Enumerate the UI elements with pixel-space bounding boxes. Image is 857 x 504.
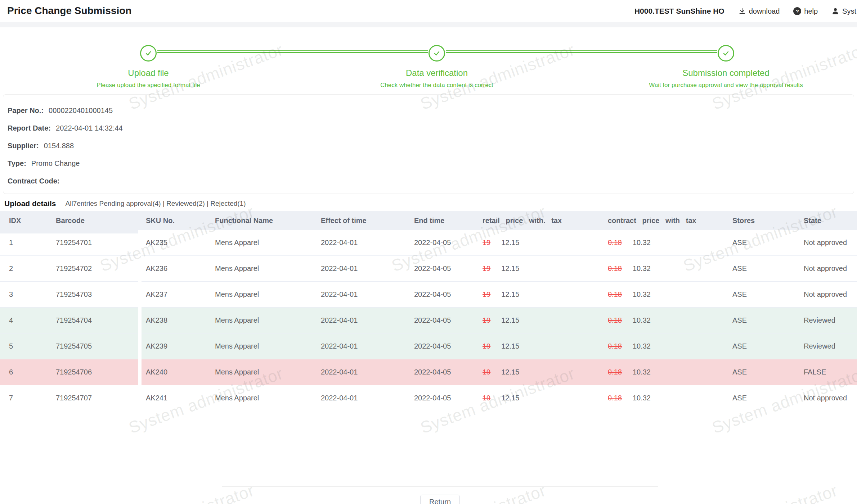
info-field-row: Report Date:2022-04-01 14:32:44: [8, 119, 845, 137]
top-right-menu: H000.TEST SunShine HO download ? help Sy…: [634, 0, 857, 22]
step-check-circle: [718, 45, 734, 62]
old-retail-price: 19: [483, 316, 490, 324]
cell-sku: AK237: [137, 282, 206, 307]
cell-barcode: 719254704: [47, 308, 137, 333]
user-menu[interactable]: Syst: [831, 7, 856, 15]
column-header: Functional Name: [206, 211, 312, 230]
table-row: 4719254704AK238Mens Apparel2022-04-01202…: [0, 308, 857, 333]
table-row: 6719254706AK240Mens Apparel2022-04-01202…: [0, 359, 857, 385]
cell-contract-price: 0.1810.32: [599, 385, 723, 411]
info-field-label: Report Date:: [8, 124, 51, 132]
upload-details-table: IDXBarcodeSKU No.Functional NameEffect o…: [0, 211, 857, 411]
cell-end-time: 2022-04-05: [405, 385, 474, 411]
old-contract-price: 0.18: [608, 342, 622, 350]
info-field-value: 0154.888: [44, 142, 74, 150]
stepper: Upload filePlease upload the specified f…: [0, 27, 857, 92]
footer: Return: [222, 486, 658, 504]
cell-idx: 1: [0, 230, 47, 255]
cell-sku: AK235: [137, 230, 206, 255]
step-label: Upload file: [12, 68, 285, 78]
cell-contract-price: 0.1810.32: [599, 333, 723, 359]
cell-retail-price: 1912.15: [474, 282, 599, 307]
help-icon: ?: [793, 7, 801, 15]
return-button[interactable]: Return: [420, 495, 460, 504]
table-row: 2719254702AK236Mens Apparel2022-04-01202…: [0, 256, 857, 282]
old-retail-price: 19: [483, 368, 490, 376]
cell-functional-name: Mens Apparel: [206, 333, 312, 359]
step-1: Upload filePlease upload the specified f…: [12, 68, 285, 90]
check-icon: [435, 52, 439, 55]
cell-sku: AK238: [137, 308, 206, 333]
new-retail-price: 12.15: [501, 264, 519, 272]
cell-retail-price: 1912.15: [474, 230, 599, 255]
new-contract-price: 10.32: [633, 290, 651, 298]
column-header: State: [795, 211, 857, 230]
cell-sku: AK236: [137, 256, 206, 281]
old-retail-price: 19: [483, 342, 490, 350]
info-field-label: Contract Code:: [8, 177, 59, 185]
column-header: IDX: [0, 211, 47, 230]
cell-contract-price: 0.1810.32: [599, 230, 723, 255]
cell-idx: 6: [0, 359, 47, 385]
info-field-row: Paper No.:0000220401000145: [8, 102, 845, 119]
step-2: Data verificationCheck whether the data …: [300, 68, 574, 90]
cell-sku: AK240: [137, 359, 206, 385]
cell-state: Not approved: [795, 230, 857, 255]
cell-state: Not approved: [795, 385, 857, 411]
table-row: 1719254701AK235Mens Apparel2022-04-01202…: [0, 230, 857, 256]
cell-functional-name: Mens Apparel: [206, 230, 312, 255]
column-header: Effect of time: [312, 211, 405, 230]
cell-effect-of-time: 2022-04-01: [312, 282, 405, 307]
cell-effect-of-time: 2022-04-01: [312, 256, 405, 281]
new-retail-price: 12.15: [501, 239, 519, 246]
cell-state: Not approved: [795, 282, 857, 307]
cell-retail-price: 1912.15: [474, 333, 599, 359]
step-check-circle: [140, 45, 157, 62]
cell-barcode: 719254707: [47, 385, 137, 411]
cell-idx: 3: [0, 282, 47, 307]
old-contract-price: 0.18: [608, 290, 622, 298]
cell-stores: ASE: [723, 308, 795, 333]
cell-retail-price: 1912.15: [474, 308, 599, 333]
old-contract-price: 0.18: [608, 394, 622, 402]
cell-functional-name: Mens Apparel: [206, 282, 312, 307]
cell-functional-name: Mens Apparel: [206, 359, 312, 385]
cell-end-time: 2022-04-05: [405, 308, 474, 333]
info-field-row: Supplier:0154.888: [8, 137, 845, 155]
upload-details-title: Upload details: [4, 199, 56, 208]
new-contract-price: 10.32: [633, 316, 651, 324]
old-retail-price: 19: [483, 394, 490, 402]
new-retail-price: 12.15: [501, 368, 519, 376]
cell-stores: ASE: [723, 333, 795, 359]
cell-state: Not approved: [795, 256, 857, 281]
cell-effect-of-time: 2022-04-01: [312, 333, 405, 359]
status-filter-links[interactable]: All7entries Pending approval(4) | Review…: [66, 200, 246, 208]
help-label: help: [804, 7, 818, 15]
page-title: Price Change Submission: [7, 5, 131, 17]
cell-stores: ASE: [723, 282, 795, 307]
step-label: Data verification: [300, 68, 574, 78]
new-contract-price: 10.32: [633, 239, 651, 246]
cell-barcode: 719254705: [47, 333, 137, 359]
cell-end-time: 2022-04-05: [405, 256, 474, 281]
old-contract-price: 0.18: [608, 239, 622, 246]
new-retail-price: 12.15: [501, 342, 519, 350]
cell-idx: 4: [0, 308, 47, 333]
new-contract-price: 10.32: [633, 394, 651, 402]
info-field-value: 0000220401000145: [49, 106, 113, 115]
user-icon: [831, 7, 839, 15]
old-contract-price: 0.18: [608, 368, 622, 376]
step-connector: [446, 50, 717, 53]
check-icon: [724, 52, 728, 55]
user-label: Syst: [842, 7, 856, 15]
store-context-label: H000.TEST SunShine HO: [634, 7, 724, 15]
cell-stores: ASE: [723, 359, 795, 385]
cell-sku: AK239: [137, 333, 206, 359]
step-label: Submission completed: [589, 68, 857, 78]
help-button[interactable]: ? help: [793, 7, 818, 15]
new-contract-price: 10.32: [633, 342, 651, 350]
step-description: Wait for purchase approval and view the …: [589, 81, 857, 90]
download-button[interactable]: download: [738, 7, 780, 15]
cell-contract-price: 0.1810.32: [599, 308, 723, 333]
cell-contract-price: 0.1810.32: [599, 359, 723, 385]
